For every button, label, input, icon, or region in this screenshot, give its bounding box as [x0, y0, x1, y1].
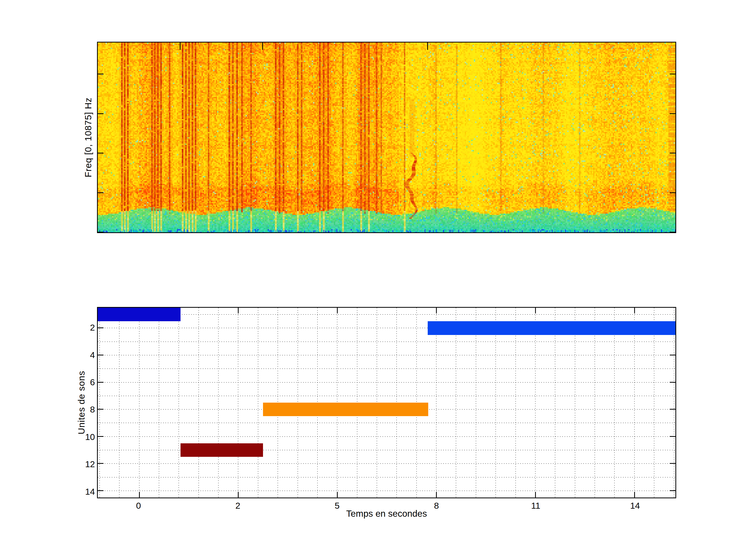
- vertical-gridline: [674, 308, 674, 498]
- vertical-gridline: [614, 308, 615, 498]
- vertical-gridline: [199, 308, 199, 498]
- y-tick-label: 2: [90, 322, 95, 332]
- horizontal-gridline: [98, 314, 675, 315]
- gantt-bar: [263, 403, 428, 416]
- vertical-gridline: [119, 308, 120, 498]
- gantt-x-tick: [139, 492, 140, 498]
- spec-y-tick-mirror: [670, 153, 675, 154]
- horizontal-gridline: [98, 342, 675, 342]
- spec-y-tick: [98, 153, 103, 154]
- horizontal-gridline: [98, 477, 675, 478]
- segment-boundary-tick: [427, 43, 428, 50]
- vertical-gridline: [178, 308, 179, 498]
- spec-y-tick-mirror: [670, 192, 675, 193]
- y-tick-label: 12: [85, 459, 95, 469]
- gantt-y-tick: [98, 382, 103, 383]
- gantt-y-tick: [98, 409, 103, 410]
- gantt-x-tick-labels: 02581114: [97, 501, 676, 512]
- gantt-bar: [428, 321, 675, 335]
- spectrogram-plot: [97, 42, 676, 233]
- spectrogram-image: [98, 43, 675, 232]
- horizontal-gridline: [98, 355, 675, 355]
- gantt-x-tick: [634, 492, 635, 498]
- spec-y-tick: [98, 74, 103, 74]
- y-tick-label: 10: [85, 432, 95, 442]
- vertical-gridline: [436, 308, 437, 498]
- horizontal-gridline: [98, 436, 675, 437]
- gantt-y-tick-mirror: [670, 355, 675, 355]
- vertical-gridline: [634, 308, 635, 498]
- gantt-y-tick-mirror: [670, 409, 675, 410]
- gantt-bar: [181, 443, 263, 457]
- spec-y-tick: [98, 192, 103, 193]
- gantt-y-tick-mirror: [670, 490, 675, 491]
- vertical-gridline: [594, 308, 595, 498]
- x-tick-label: 14: [630, 501, 640, 511]
- spec-y-tick-mirror: [670, 74, 675, 74]
- vertical-gridline: [654, 308, 654, 498]
- vertical-gridline: [515, 308, 516, 498]
- horizontal-gridline: [98, 396, 675, 396]
- y-tick-label: 4: [90, 350, 95, 360]
- x-tick-label: 11: [531, 501, 540, 511]
- vertical-gridline: [456, 308, 456, 498]
- spectrogram-y-axis-label: Freq [0, 10875] Hz: [82, 42, 94, 233]
- vertical-gridline: [575, 308, 575, 498]
- vertical-gridline: [258, 308, 258, 498]
- vertical-gridline: [535, 308, 536, 498]
- spec-y-tick: [98, 232, 103, 233]
- horizontal-gridline: [98, 368, 675, 369]
- gantt-y-tick: [98, 463, 103, 464]
- vertical-gridline: [159, 308, 159, 498]
- vertical-gridline: [139, 308, 139, 498]
- figure-canvas: Freq [0, 10875] Hz Unites de sons Temps …: [0, 0, 747, 560]
- vertical-gridline: [99, 308, 100, 498]
- gantt-y-tick: [98, 327, 103, 328]
- horizontal-gridline: [98, 463, 675, 464]
- gantt-x-tick: [337, 492, 338, 498]
- gantt-y-tick: [98, 355, 103, 355]
- gantt-y-tick-mirror: [670, 382, 675, 383]
- spectrogram-y-axis-label-text: Freq [0, 10875] Hz: [83, 98, 93, 177]
- segment-boundary-tick: [180, 43, 181, 50]
- y-tick-label: 6: [90, 377, 95, 387]
- x-tick-label: 2: [235, 501, 240, 511]
- vertical-gridline: [218, 308, 218, 498]
- gantt-plot: [97, 307, 676, 498]
- x-tick-label: 5: [335, 501, 339, 511]
- y-tick-label: 14: [85, 486, 95, 497]
- spec-y-tick-mirror: [670, 113, 675, 114]
- segment-boundary-tick: [262, 43, 263, 50]
- vertical-gridline: [495, 308, 496, 498]
- gantt-y-tick-mirror: [670, 463, 675, 464]
- y-tick-label: 8: [90, 404, 95, 415]
- x-tick-label: 0: [136, 501, 141, 511]
- gantt-x-tick-mirror: [436, 308, 437, 314]
- horizontal-gridline: [98, 382, 675, 383]
- vertical-gridline: [238, 308, 238, 498]
- x-tick-label: 8: [434, 501, 439, 511]
- gantt-y-tick-labels: 2468101214: [0, 307, 95, 498]
- gantt-x-tick-mirror: [337, 308, 338, 314]
- vertical-gridline: [555, 308, 555, 498]
- spec-y-tick-mirror: [670, 232, 675, 233]
- spec-y-tick: [98, 113, 103, 114]
- horizontal-gridline: [98, 490, 675, 491]
- gantt-y-tick: [98, 436, 103, 437]
- gantt-x-tick: [436, 492, 437, 498]
- horizontal-gridline: [98, 423, 675, 423]
- gantt-x-tick-mirror: [238, 308, 239, 314]
- gantt-x-tick-mirror: [535, 308, 536, 314]
- gantt-y-tick-mirror: [670, 436, 675, 437]
- gantt-x-tick-mirror: [634, 308, 635, 314]
- gantt-x-tick: [535, 492, 536, 498]
- gantt-bar: [98, 308, 181, 321]
- gantt-y-tick: [98, 490, 103, 491]
- vertical-gridline: [476, 308, 476, 498]
- gantt-x-tick: [238, 492, 239, 498]
